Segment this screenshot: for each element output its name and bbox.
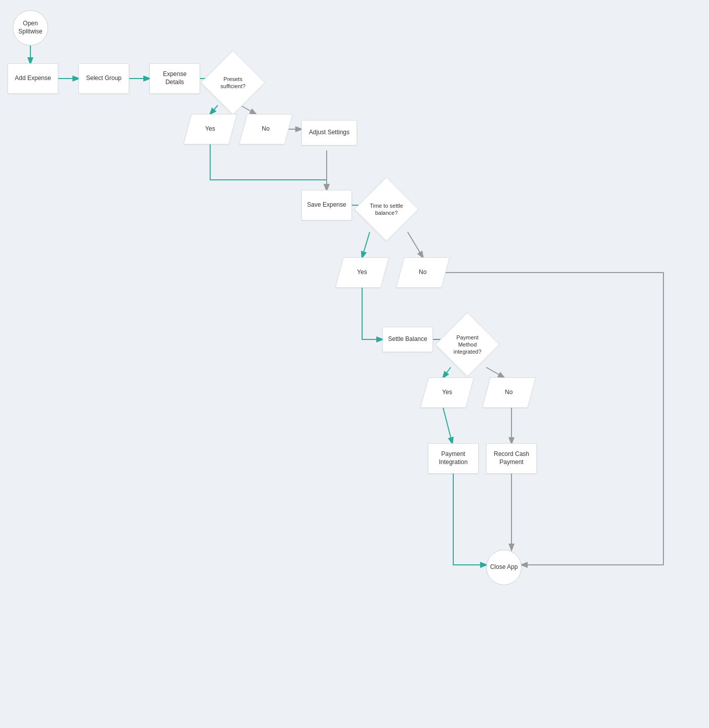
- settle-balance-label: Settle Balance: [388, 335, 427, 343]
- open-splitwise-label: OpenSplitwise: [18, 20, 42, 35]
- svg-line-12: [362, 232, 370, 257]
- record-cash-label: Record CashPayment: [494, 450, 529, 466]
- close-app-node: Close App: [486, 550, 522, 585]
- close-app-label: Close App: [490, 563, 518, 571]
- svg-line-8: [241, 105, 256, 114]
- select-group-node: Select Group: [78, 63, 129, 94]
- yes3-node: Yes: [424, 377, 470, 408]
- svg-line-15: [443, 367, 451, 377]
- settle-balance-node: Settle Balance: [382, 327, 433, 352]
- svg-line-13: [408, 232, 423, 257]
- yes1-label: Yes: [205, 125, 215, 133]
- no2-node: No: [400, 257, 446, 288]
- no3-label: No: [505, 389, 513, 397]
- payment-method-label: PaymentMethodintegrated?: [445, 322, 490, 367]
- expense-details-node: ExpenseDetails: [149, 63, 200, 94]
- yes1-node: Yes: [187, 114, 233, 144]
- payment-integration-node: PaymentIntegration: [428, 443, 479, 474]
- presets-sufficient-node: Presetssufficient?: [210, 60, 256, 105]
- save-expense-node: Save Expense: [301, 190, 352, 220]
- svg-line-17: [443, 408, 452, 443]
- yes2-node: Yes: [339, 257, 385, 288]
- add-expense-node: Add Expense: [8, 63, 58, 94]
- no3-node: No: [486, 377, 532, 408]
- time-to-settle-node: Time to settlebalance?: [364, 186, 409, 232]
- no1-label: No: [262, 125, 269, 133]
- open-splitwise-node: OpenSplitwise: [13, 10, 48, 46]
- save-expense-label: Save Expense: [307, 201, 346, 209]
- svg-line-7: [210, 105, 218, 114]
- expense-details-label: ExpenseDetails: [163, 70, 187, 86]
- presets-sufficient-label: Presetssufficient?: [211, 60, 255, 105]
- select-group-label: Select Group: [86, 74, 122, 83]
- time-to-settle-label: Time to settlebalance?: [364, 187, 409, 232]
- yes3-label: Yes: [442, 389, 452, 397]
- svg-line-16: [486, 367, 504, 377]
- payment-method-node: PaymentMethodintegrated?: [445, 322, 490, 367]
- adjust-settings-label: Adjust Settings: [309, 129, 349, 137]
- record-cash-node: Record CashPayment: [486, 443, 537, 474]
- payment-integration-label: PaymentIntegration: [439, 450, 468, 466]
- adjust-settings-node: Adjust Settings: [301, 120, 357, 145]
- add-expense-label: Add Expense: [15, 74, 51, 83]
- no1-node: No: [243, 114, 289, 144]
- no2-label: No: [419, 269, 426, 277]
- yes2-label: Yes: [357, 269, 367, 277]
